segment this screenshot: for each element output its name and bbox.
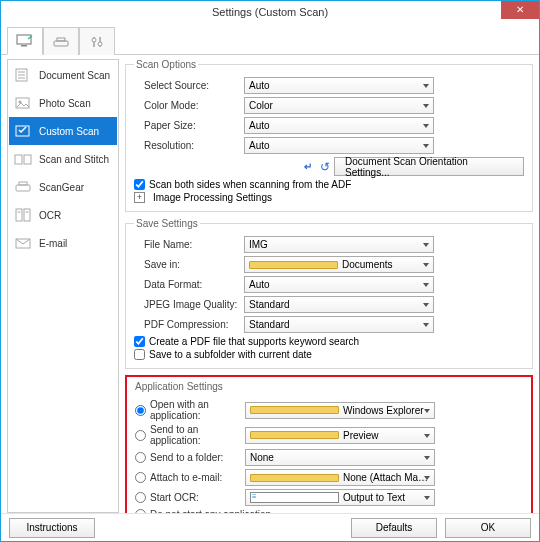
orientation-settings-button[interactable]: Document Scan Orientation Settings... <box>334 157 524 176</box>
create-pdf-label: Create a PDF file that supports keyword … <box>149 336 359 347</box>
titlebar: Settings (Custom Scan) ✕ <box>1 1 539 23</box>
monitor-icon <box>15 33 35 49</box>
tab-scan-from-computer[interactable] <box>7 27 43 55</box>
file-name-label: File Name: <box>134 239 244 250</box>
body: Document Scan Photo Scan Custom Scan Sca… <box>1 55 539 513</box>
folder-icon <box>249 261 338 269</box>
email-icon <box>13 235 33 251</box>
sidebar-item-label: E-mail <box>39 238 67 249</box>
svg-rect-17 <box>16 185 30 191</box>
sidebar-item-ocr[interactable]: OCR <box>9 201 117 229</box>
svg-rect-16 <box>24 155 31 164</box>
close-button[interactable]: ✕ <box>501 1 539 19</box>
no-start-label: Do not start any application <box>150 509 271 513</box>
tab-scan-from-panel[interactable] <box>43 27 79 55</box>
sidebar-item-label: ScanGear <box>39 182 84 193</box>
select-source-label: Select Source: <box>134 80 244 91</box>
reset-icon[interactable]: ↺ <box>320 160 330 174</box>
color-mode-label: Color Mode: <box>134 100 244 111</box>
jpeg-quality-label: JPEG Image Quality: <box>134 299 244 310</box>
save-in-label: Save in: <box>134 259 244 270</box>
send-folder-radio[interactable] <box>135 452 146 463</box>
title-text: Settings (Custom Scan) <box>212 6 328 18</box>
send-folder-dropdown[interactable]: None <box>245 449 435 466</box>
scan-both-sides-checkbox[interactable] <box>134 179 145 190</box>
main: Scan Options Select Source: Auto Color M… <box>125 59 533 513</box>
folder-icon <box>250 406 339 414</box>
save-in-dropdown[interactable]: Documents <box>244 256 434 273</box>
color-mode-dropdown[interactable]: Color <box>244 97 434 114</box>
sidebar-item-custom-scan[interactable]: Custom Scan <box>9 117 117 145</box>
svg-rect-2 <box>54 41 68 46</box>
start-ocr-dropdown[interactable]: Output to Text <box>245 489 435 506</box>
send-app-radio[interactable] <box>135 430 146 441</box>
pdf-compression-dropdown[interactable]: Standard <box>244 316 434 333</box>
svg-rect-15 <box>15 155 22 164</box>
scan-options-legend: Scan Options <box>134 59 198 70</box>
sidebar-item-document-scan[interactable]: Document Scan <box>9 61 117 89</box>
window: Settings (Custom Scan) ✕ Document Scan <box>0 0 540 542</box>
instructions-button[interactable]: Instructions <box>9 518 95 538</box>
resolution-dropdown[interactable]: Auto <box>244 137 434 154</box>
sidebar-item-label: OCR <box>39 210 61 221</box>
document-icon <box>13 67 33 83</box>
attach-email-label: Attach to e-mail: <box>150 472 222 483</box>
scan-options-group: Scan Options Select Source: Auto Color M… <box>125 59 533 212</box>
svg-point-6 <box>92 38 96 42</box>
data-format-dropdown[interactable]: Auto <box>244 276 434 293</box>
expand-icon[interactable]: + <box>134 192 145 203</box>
sliders-icon <box>87 34 107 50</box>
open-with-label: Open with an application: <box>150 399 245 421</box>
attach-email-dropdown[interactable]: None (Attach Manually) <box>245 469 435 486</box>
resolution-label: Resolution: <box>134 140 244 151</box>
start-ocr-label: Start OCR: <box>150 492 199 503</box>
close-icon: ✕ <box>516 5 524 15</box>
tab-general-settings[interactable] <box>79 27 115 55</box>
svg-rect-18 <box>19 182 27 185</box>
data-format-label: Data Format: <box>134 279 244 290</box>
top-tabstrip <box>1 23 539 55</box>
svg-rect-1 <box>21 45 27 47</box>
stitch-icon <box>13 151 33 167</box>
no-start-radio[interactable] <box>135 509 146 513</box>
file-name-field[interactable]: IMG <box>244 236 434 253</box>
folder-icon <box>250 474 339 482</box>
sidebar-item-photo-scan[interactable]: Photo Scan <box>9 89 117 117</box>
svg-point-7 <box>98 42 102 46</box>
sidebar-item-scan-stitch[interactable]: Scan and Stitch <box>9 145 117 173</box>
sidebar-item-email[interactable]: E-mail <box>9 229 117 257</box>
paper-size-label: Paper Size: <box>134 120 244 131</box>
open-with-dropdown[interactable]: Windows Explorer <box>245 402 435 419</box>
scanner-icon <box>51 34 71 50</box>
svg-rect-0 <box>17 35 31 44</box>
attach-email-radio[interactable] <box>135 472 146 483</box>
photo-icon <box>13 95 33 111</box>
send-app-dropdown[interactable]: Preview <box>245 427 435 444</box>
save-settings-legend: Save Settings <box>134 218 200 229</box>
bottom-bar: Instructions Defaults OK <box>1 513 539 541</box>
folder-icon <box>250 431 339 439</box>
svg-rect-19 <box>16 209 22 221</box>
start-ocr-radio[interactable] <box>135 492 146 503</box>
application-settings-group: Application Settings Open with an applic… <box>125 375 533 513</box>
sidebar-item-label: Document Scan <box>39 70 110 81</box>
ocr-icon <box>13 207 33 223</box>
ok-button[interactable]: OK <box>445 518 531 538</box>
create-pdf-checkbox[interactable] <box>134 336 145 347</box>
subfolder-checkbox[interactable] <box>134 349 145 360</box>
jpeg-quality-dropdown[interactable]: Standard <box>244 296 434 313</box>
defaults-button[interactable]: Defaults <box>351 518 437 538</box>
svg-rect-3 <box>57 38 65 41</box>
send-app-label: Send to an application: <box>150 424 245 446</box>
svg-rect-20 <box>24 209 30 221</box>
paper-size-dropdown[interactable]: Auto <box>244 117 434 134</box>
sidebar-item-label: Custom Scan <box>39 126 99 137</box>
sidebar-item-scangear[interactable]: ScanGear <box>9 173 117 201</box>
application-settings-legend: Application Settings <box>135 381 223 392</box>
custom-icon <box>13 123 33 139</box>
text-file-icon <box>250 492 339 503</box>
open-with-radio[interactable] <box>135 405 146 416</box>
subfolder-label: Save to a subfolder with current date <box>149 349 312 360</box>
select-source-dropdown[interactable]: Auto <box>244 77 434 94</box>
send-folder-label: Send to a folder: <box>150 452 223 463</box>
